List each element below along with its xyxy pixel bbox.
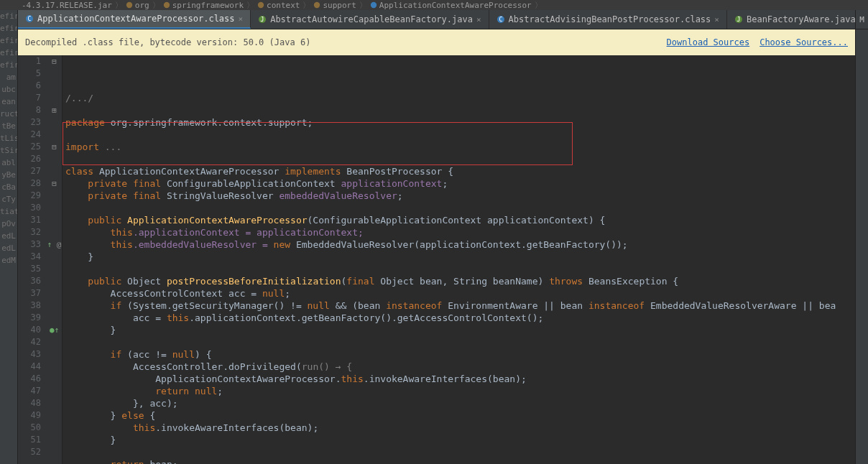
code-line[interactable]: } <box>65 434 855 446</box>
code-line[interactable]: return null; <box>65 385 855 397</box>
line-number[interactable]: 24 <box>18 129 41 141</box>
code-line[interactable]: if (System.getSecurityManager() != null … <box>65 300 855 312</box>
line-number[interactable]: 6 <box>18 80 41 92</box>
code-line[interactable]: package org.springframework.context.supp… <box>65 116 855 129</box>
line-number-gutter[interactable]: 1567823242526272829303132333435363738394… <box>18 55 47 464</box>
breadcrumb-jar[interactable]: -4.3.17.RELEASE.jar <box>22 1 112 10</box>
gutter-mark[interactable] <box>47 275 62 287</box>
gutter-mark[interactable] <box>47 251 62 263</box>
line-number[interactable]: 32 <box>18 226 41 238</box>
line-number[interactable]: 34 <box>18 251 41 263</box>
gutter-mark[interactable]: ●↑ <box>47 324 62 336</box>
line-number[interactable]: 5 <box>18 68 41 80</box>
code-line[interactable]: } <box>65 251 855 263</box>
line-number[interactable]: 23 <box>18 116 41 129</box>
code-line[interactable] <box>65 129 855 141</box>
code-line[interactable] <box>65 202 855 214</box>
gutter-mark[interactable] <box>47 348 62 361</box>
line-number[interactable]: 39 <box>18 312 41 324</box>
line-number[interactable]: 1 <box>18 55 41 68</box>
gutter-mark[interactable] <box>47 434 62 446</box>
gutter-mark[interactable] <box>47 68 62 80</box>
editor-tab[interactable]: JBeanFactoryAware.java× <box>727 10 868 29</box>
editor-tab[interactable]: CApplicationContextAwareProcessor.class× <box>18 10 251 29</box>
code-line[interactable]: private final StringValueResolver embedd… <box>65 190 855 202</box>
download-sources-link[interactable]: Download Sources <box>667 37 750 47</box>
gutter-mark[interactable] <box>47 129 62 141</box>
line-number[interactable]: 44 <box>18 361 41 373</box>
gutter-mark[interactable] <box>47 446 62 458</box>
gutter-mark[interactable] <box>47 312 62 324</box>
code-line[interactable] <box>65 153 855 165</box>
code-line[interactable] <box>65 446 855 458</box>
gutter-mark[interactable] <box>47 385 62 397</box>
line-number[interactable]: 36 <box>18 275 41 287</box>
gutter-mark[interactable] <box>47 214 62 226</box>
line-number[interactable]: 42 <box>18 336 41 348</box>
code-line[interactable]: ApplicationContextAwareProcessor.this.in… <box>65 373 855 385</box>
gutter-mark[interactable] <box>47 202 62 214</box>
code-line[interactable]: acc = this.applicationContext.getBeanFac… <box>65 312 855 324</box>
line-number[interactable]: 51 <box>18 434 41 446</box>
line-number[interactable]: 43 <box>18 348 41 361</box>
gutter-mark[interactable] <box>47 336 62 348</box>
code-line[interactable]: }, acc); <box>65 397 855 409</box>
gutter-mark[interactable] <box>47 165 62 177</box>
gutter-mark[interactable] <box>47 373 62 385</box>
gutter-mark[interactable] <box>47 300 62 312</box>
close-icon[interactable]: × <box>239 14 244 24</box>
gutter-mark[interactable] <box>47 263 62 275</box>
close-icon[interactable]: × <box>476 15 481 24</box>
line-number[interactable]: 47 <box>18 385 41 397</box>
code-area[interactable]: /.../package org.springframework.context… <box>63 55 855 464</box>
gutter-mark[interactable] <box>47 361 62 373</box>
line-number[interactable]: 7 <box>18 92 41 104</box>
gutter-mark[interactable]: ⊟ <box>47 177 62 190</box>
right-sidebar-letter[interactable]: M <box>856 10 868 29</box>
code-line[interactable]: return bean; <box>65 458 855 464</box>
gutter-mark[interactable] <box>47 226 62 238</box>
line-number[interactable]: 48 <box>18 397 41 409</box>
code-line[interactable]: private final ConfigurableApplicationCon… <box>65 177 855 190</box>
line-number[interactable]: 52 <box>18 446 41 458</box>
breadcrumb-pkg[interactable]: support <box>313 1 356 10</box>
line-number[interactable]: 30 <box>18 202 41 214</box>
line-number[interactable]: 50 <box>18 422 41 434</box>
gutter-mark[interactable]: ⊞ <box>47 104 62 116</box>
code-line[interactable] <box>65 263 855 275</box>
code-line[interactable]: import ... <box>65 141 855 153</box>
code-line[interactable] <box>65 104 855 116</box>
gutter-mark[interactable] <box>47 422 62 434</box>
breadcrumb-pkg[interactable]: org <box>126 1 149 10</box>
gutter-mark[interactable]: ⊟ <box>47 55 62 68</box>
line-number[interactable]: 38 <box>18 300 41 312</box>
line-number[interactable]: 40 <box>18 324 41 336</box>
line-number[interactable]: 8 <box>18 104 41 116</box>
code-editor[interactable]: 1567823242526272829303132333435363738394… <box>18 55 855 464</box>
breadcrumb-pkg[interactable]: springframework <box>163 1 244 10</box>
gutter-mark[interactable] <box>47 287 62 300</box>
code-line[interactable]: this.applicationContext = applicationCon… <box>65 226 855 238</box>
line-number[interactable]: 49 <box>18 409 41 422</box>
breadcrumb-pkg[interactable]: context <box>257 1 300 10</box>
editor-tab[interactable]: JAbstractAutowireCapableBeanFactory.java… <box>251 10 489 29</box>
line-number[interactable]: 46 <box>18 373 41 385</box>
gutter-mark[interactable]: ↑ @ <box>47 238 62 251</box>
code-line[interactable]: if (acc != null) { <box>65 348 855 361</box>
close-icon[interactable]: × <box>714 15 719 24</box>
code-line[interactable]: } <box>65 324 855 336</box>
gutter-mark[interactable] <box>47 80 62 92</box>
code-line[interactable]: /.../ <box>65 92 855 104</box>
breadcrumb-class[interactable]: ApplicationContextAwareProcessor <box>370 1 532 10</box>
line-number[interactable]: 35 <box>18 263 41 275</box>
gutter-mark[interactable] <box>47 409 62 422</box>
code-line[interactable]: AccessControlContext acc = null; <box>65 287 855 300</box>
line-number[interactable]: 25 <box>18 141 41 153</box>
code-line[interactable]: public Object postProcessBeforeInitializ… <box>65 275 855 287</box>
gutter-mark[interactable] <box>47 116 62 129</box>
gutter-mark[interactable] <box>47 153 62 165</box>
line-number[interactable]: 26 <box>18 153 41 165</box>
line-number[interactable]: 28 <box>18 177 41 190</box>
gutter-mark[interactable] <box>47 190 62 202</box>
code-line[interactable] <box>65 336 855 348</box>
